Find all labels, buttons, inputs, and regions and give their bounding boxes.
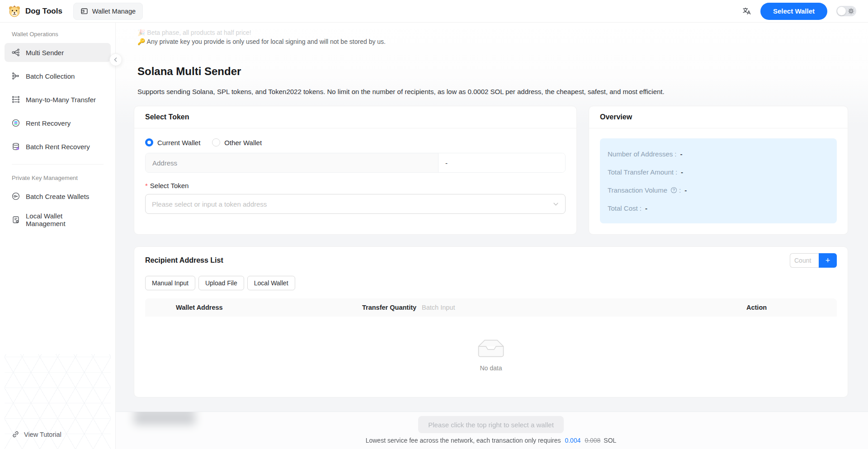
overview-colon: : xyxy=(679,186,681,194)
overview-colon: : xyxy=(640,204,642,212)
fee-original-value: 0.008 xyxy=(585,437,600,444)
batch-create-wallets-icon xyxy=(12,192,20,200)
sidebar-item-batch-create-wallets[interactable]: Batch Create Wallets xyxy=(5,187,111,206)
sidebar-item-many-to-many-transfer[interactable]: Many-to-Many Transfer xyxy=(5,90,111,109)
topbar-right: Select Wallet xyxy=(742,3,856,20)
column-wallet-address: Wallet Address xyxy=(176,304,362,311)
link-icon xyxy=(12,430,19,438)
fee-unit: SOL xyxy=(604,437,616,444)
address-field-label: Address xyxy=(146,153,439,172)
wallet-manage-button[interactable]: Wallet Manage xyxy=(73,3,143,20)
translate-icon[interactable] xyxy=(742,6,751,16)
sidebar-item-label: Batch Rent Recovery xyxy=(26,143,90,151)
sidebar-item-label: Many-to-Many Transfer xyxy=(26,96,96,104)
sidebar-item-label: Rent Recovery xyxy=(26,119,71,127)
rent-recovery-icon xyxy=(12,119,20,127)
overview-label: Number of Addresses xyxy=(608,150,673,158)
overview-row-total-cost: Total Cost : - xyxy=(600,199,837,217)
empty-state-text: No data xyxy=(480,364,502,372)
sidebar-item-batch-rent-recovery[interactable]: Batch Rent Recovery xyxy=(5,137,111,156)
chevron-down-icon xyxy=(553,201,559,207)
notice-marquee: 🎉 Beta phase, all products at half price… xyxy=(134,23,848,46)
batch-input[interactable] xyxy=(422,304,521,311)
radio-label: Current Wallet xyxy=(157,139,200,147)
address-field-value: - xyxy=(439,153,565,172)
view-tutorial-link[interactable]: View Tutorial xyxy=(12,430,104,438)
radio-current-wallet[interactable]: Current Wallet xyxy=(145,138,200,147)
top-bar: Dog Tools Wallet Manage Select Wallet xyxy=(0,0,868,23)
batch-collection-icon xyxy=(12,72,20,80)
radio-other-wallet[interactable]: Other Wallet xyxy=(212,138,262,147)
overview-colon: : xyxy=(675,150,676,158)
notice-line-privacy: 🔑 Any private key you provide is only us… xyxy=(137,38,848,46)
theme-toggle-knob xyxy=(837,7,846,15)
sidebar-item-multi-sender[interactable]: Multi Sender xyxy=(5,43,111,62)
shell: Wallet Operations Multi Sender xyxy=(0,23,868,449)
sidebar-collapse-button[interactable] xyxy=(109,53,122,66)
overview-card: Overview Number of Addresses : - Total T… xyxy=(589,106,848,235)
radio-selected-icon xyxy=(145,138,153,147)
recipient-table-header: Wallet Address Transfer Quantity Action xyxy=(145,298,837,317)
required-mark: * xyxy=(145,182,148,189)
brand-name: Dog Tools xyxy=(25,7,62,16)
select-wallet-hint-button[interactable]: Please click the top right to select a w… xyxy=(418,416,564,433)
input-mode-tabs: Manual Input Upload File Local Wallet xyxy=(134,269,848,290)
tab-local-wallet[interactable]: Local Wallet xyxy=(247,276,295,290)
add-rows-button[interactable]: + xyxy=(819,253,837,268)
token-field-label-row: * Select Token xyxy=(145,182,566,189)
overview-colon: : xyxy=(675,168,677,176)
token-field-label: Select Token xyxy=(150,182,189,189)
overview-value: - xyxy=(645,204,647,212)
overview-label: Total Transfer Amount xyxy=(608,168,674,176)
overview-card-title: Overview xyxy=(589,106,848,128)
chevron-left-icon xyxy=(113,57,118,62)
empty-state: No data xyxy=(134,317,848,397)
token-select-placeholder: Please select or input a token address xyxy=(152,200,553,208)
recipient-card-title: Recipient Address List xyxy=(145,256,223,265)
wallet-manage-label: Wallet Manage xyxy=(92,8,136,15)
overview-value: - xyxy=(680,150,682,158)
wallet-source-radio-group: Current Wallet Other Wallet xyxy=(145,138,566,147)
sidebar-item-label: Multi Sender xyxy=(26,49,64,57)
sidebar-item-local-wallet-management[interactable]: Local Wallet Management xyxy=(5,210,111,229)
theme-toggle[interactable] xyxy=(836,6,856,16)
sidebar-item-rent-recovery[interactable]: Rent Recovery xyxy=(5,113,111,132)
multi-sender-icon xyxy=(12,48,20,57)
notice-line-promo: 🎉 Beta phase, all products at half price… xyxy=(137,28,848,37)
empty-box-icon xyxy=(472,337,509,360)
sidebar-item-label: Batch Create Wallets xyxy=(26,193,89,200)
column-transfer-quantity: Transfer Quantity xyxy=(362,304,746,311)
many-to-many-icon xyxy=(12,95,20,104)
select-token-card: Select Token Current Wallet Other Wallet xyxy=(134,106,577,235)
overview-panel: Number of Addresses : - Total Transfer A… xyxy=(600,138,837,223)
sidebar-footer: View Tutorial xyxy=(5,421,111,449)
sidebar: Wallet Operations Multi Sender xyxy=(0,23,116,449)
overview-label: Transaction Volume xyxy=(608,186,667,194)
overview-value: - xyxy=(681,168,683,176)
local-wallet-management-icon xyxy=(12,216,20,224)
select-token-card-title: Select Token xyxy=(134,106,576,128)
batch-rent-recovery-icon xyxy=(12,142,20,151)
token-select[interactable]: Please select or input a token address xyxy=(145,194,566,214)
question-circle-icon[interactable] xyxy=(670,187,677,194)
radio-unselected-icon xyxy=(212,138,220,147)
sidebar-group-private-key-management: Private Key Management xyxy=(5,173,111,187)
count-input[interactable] xyxy=(790,253,819,268)
select-wallet-button[interactable]: Select Wallet xyxy=(760,3,827,20)
sidebar-item-batch-collection[interactable]: Batch Collection xyxy=(5,66,111,85)
page-description: Supports sending Solana, SPL tokens, and… xyxy=(137,87,848,97)
tab-upload-file[interactable]: Upload File xyxy=(198,276,244,290)
page-title: Solana Multi Sender xyxy=(137,64,848,79)
overview-value: - xyxy=(684,186,687,194)
brand: Dog Tools xyxy=(8,5,62,18)
view-tutorial-label: View Tutorial xyxy=(24,431,61,438)
fee-current-value: 0.004 xyxy=(565,437,580,444)
tab-manual-input[interactable]: Manual Input xyxy=(145,276,195,290)
recipient-address-card: Recipient Address List + Manual Input Up… xyxy=(134,246,848,397)
wallet-icon xyxy=(80,7,88,15)
overview-row-number-of-addresses: Number of Addresses : - xyxy=(600,145,837,163)
sidebar-divider xyxy=(12,164,104,165)
dog-logo-icon xyxy=(8,5,21,18)
transfer-quantity-label: Transfer Quantity xyxy=(362,304,416,311)
sidebar-item-label: Batch Collection xyxy=(26,72,75,80)
